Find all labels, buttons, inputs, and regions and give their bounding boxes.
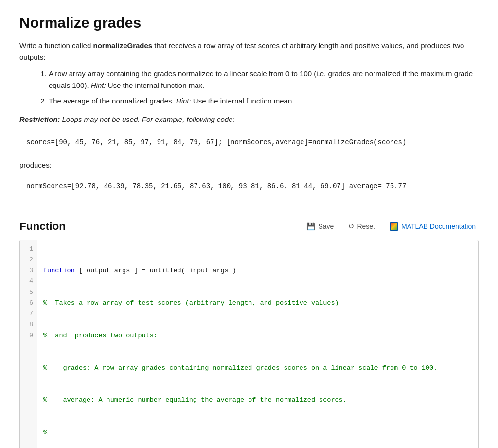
function-line-4: % grades: A row array grades containing … — [43, 363, 472, 374]
function-line-2: % Takes a row array of test scores (arbi… — [43, 298, 472, 309]
function-line-5: % average: A numeric number equaling the… — [43, 395, 472, 406]
matlab-icon-inner — [391, 223, 397, 230]
description-intro: Write a function called — [19, 41, 93, 50]
produces-code-block: normScores=[92.78, 46.39, 78.35, 21.65, … — [19, 176, 479, 197]
output-item-1: A row array array containing the grades … — [49, 68, 479, 91]
function-line-6: % — [43, 428, 472, 438]
comment-line-4: % grades: A row array grades containing … — [43, 364, 437, 372]
restriction-label: Restriction: — [19, 115, 60, 123]
produces-label: produces: — [19, 159, 479, 171]
output-2-hint-after: Use the internal function mean. — [191, 97, 294, 105]
function-section-actions: 💾 Save ↺ Reset MATLAB Documentation — [303, 220, 479, 233]
function-editor-inner: 1 2 3 4 5 6 7 8 9 function [ output_args… — [20, 240, 478, 448]
line-num-8: 8 — [20, 319, 37, 330]
matlab-doc-label: MATLAB Documentation — [401, 223, 476, 230]
line-num-5: 5 — [20, 287, 37, 298]
save-icon: 💾 — [306, 222, 316, 231]
function-line-3: % and produces two outputs: — [43, 330, 472, 341]
line-num-7: 7 — [20, 309, 37, 319]
function-editor[interactable]: 1 2 3 4 5 6 7 8 9 function [ output_args… — [19, 240, 479, 448]
function-section-header: Function 💾 Save ↺ Reset MATLAB Documenta… — [19, 220, 479, 233]
line-num-2: 2 — [20, 255, 37, 265]
reset-label: Reset — [357, 223, 375, 230]
comment-line-3: % and produces two outputs: — [43, 332, 158, 339]
section-divider-1 — [19, 211, 479, 211]
page-title: Normalize grades — [19, 15, 479, 31]
line-num-1: 1 — [20, 244, 37, 255]
produces-code: normScores=[92.78, 46.39, 78.35, 21.65, … — [26, 182, 406, 190]
restriction-text: Loops may not be used. For example, foll… — [60, 115, 234, 123]
comment-line-5: % average: A numeric number equaling the… — [43, 396, 347, 404]
function-name: normalizeGrades — [93, 41, 152, 50]
line-num-3: 3 — [20, 265, 37, 276]
line1-rest: [ output_args ] = untitled( input_args ) — [75, 267, 236, 274]
outputs-list: A row array array containing the grades … — [49, 68, 479, 107]
function-section-title: Function — [19, 220, 66, 233]
example-code: scores=[90, 45, 76, 21, 85, 97, 91, 84, … — [26, 138, 406, 146]
line-num-9: 9 — [20, 330, 37, 341]
line-num-6: 6 — [20, 298, 37, 309]
function-line-numbers: 1 2 3 4 5 6 7 8 9 — [20, 240, 37, 448]
output-1-hint-after: Use the internal function max. — [106, 81, 205, 89]
example-code-block: scores=[90, 45, 76, 21, 85, 97, 91, 84, … — [19, 132, 479, 154]
matlab-doc-button[interactable]: MATLAB Documentation — [387, 220, 479, 233]
reset-button[interactable]: ↺ Reset — [345, 220, 378, 233]
restriction-paragraph: Restriction: Loops may not be used. For … — [19, 114, 479, 125]
description-paragraph: Write a function called normalizeGrades … — [19, 40, 479, 63]
output-2-hint-label: Hint: — [176, 97, 191, 105]
output-2-text: The average of the normalized grades. — [49, 97, 176, 105]
matlab-icon — [390, 222, 398, 231]
output-item-2: The average of the normalized grades. Hi… — [49, 95, 479, 107]
keyword-function: function — [43, 267, 75, 274]
save-label: Save — [318, 223, 334, 230]
line-num-4: 4 — [20, 276, 37, 287]
function-code-lines[interactable]: function [ output_args ] = untitled( inp… — [37, 240, 478, 448]
problem-description: Write a function called normalizeGrades … — [19, 40, 479, 197]
save-button[interactable]: 💾 Save — [303, 220, 337, 233]
output-1-hint-label: Hint: — [91, 81, 106, 89]
comment-line-2: % Takes a row array of test scores (arbi… — [43, 299, 339, 307]
comment-line-6: % — [43, 429, 47, 436]
function-line-1: function [ output_args ] = untitled( inp… — [43, 265, 472, 276]
reset-icon: ↺ — [348, 222, 355, 231]
